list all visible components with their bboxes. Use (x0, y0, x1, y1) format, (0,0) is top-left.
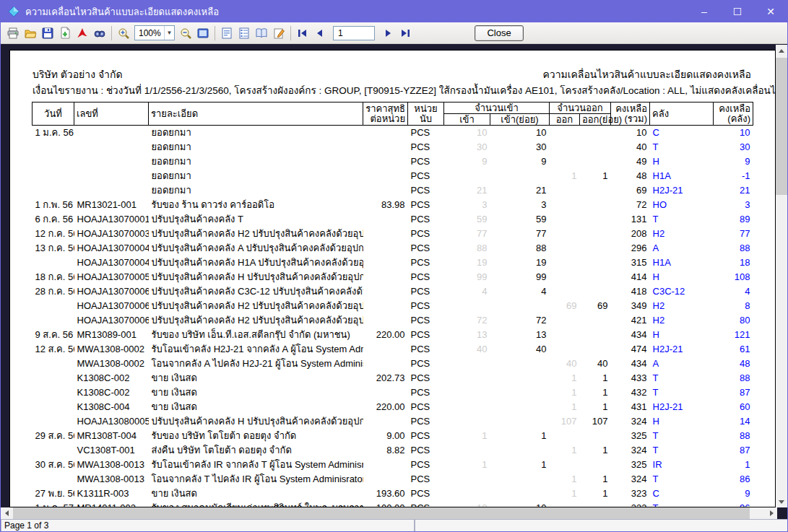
print-icon[interactable] (4, 25, 22, 42)
cell-unit: PCS (408, 299, 444, 313)
cell-wh: H2 (650, 313, 714, 328)
scroll-up-icon[interactable] (776, 45, 787, 56)
cell-in: 1 (444, 458, 490, 472)
last-page-icon[interactable] (397, 25, 414, 42)
chevron-down-icon[interactable]: ▼ (164, 26, 174, 40)
next-page-icon[interactable] (379, 25, 397, 42)
cell-date (33, 140, 74, 154)
cell-in (444, 357, 490, 371)
table-row: HOAJA13080005ปรับปรุงสินค้าคงคลัง H ปรับ… (33, 414, 753, 429)
cell-wh: H2J-21 (650, 400, 714, 414)
pdf-icon[interactable] (74, 25, 91, 42)
cell-date (33, 299, 74, 313)
cell-bal: 324 (611, 443, 650, 458)
previous-page-icon[interactable] (311, 25, 329, 42)
edit-report-icon[interactable] (270, 25, 287, 42)
cell-in (444, 169, 490, 183)
scroll-left-icon[interactable] (1, 507, 12, 519)
toolbar-separator (290, 26, 291, 40)
two-page-view-icon[interactable] (253, 25, 270, 42)
header-date: วันที่ (33, 103, 74, 126)
scroll-right-icon[interactable] (766, 507, 777, 519)
cell-doc: HOAJA13080005 (74, 414, 149, 429)
cell-doc: HOAJA13070004 (74, 241, 149, 256)
close-button[interactable]: Close (475, 25, 524, 41)
cell-whbal: 9 (714, 487, 753, 501)
cell-in_sub: 4 (490, 284, 550, 299)
cell-price: 9.00 (363, 429, 408, 443)
cell-unit: PCS (408, 198, 444, 212)
cell-wh: A (650, 241, 714, 256)
table-row: ยอดยกมาPCS9949H9 (33, 154, 753, 169)
vertical-scroll-thumb[interactable] (776, 58, 787, 195)
header-in: เข้า (444, 114, 490, 126)
cell-out (550, 342, 580, 357)
cell-wh: H2 (650, 227, 714, 241)
horizontal-scrollbar[interactable] (1, 507, 777, 519)
cell-whbal: 96 (714, 501, 753, 507)
cell-whbal: 121 (714, 328, 753, 342)
cell-price (363, 256, 408, 270)
cell-wh: H2 (650, 299, 714, 313)
cell-unit: PCS (408, 443, 444, 458)
save-icon[interactable] (39, 25, 56, 42)
table-row: 27 พ.ย. 56K1311R-003ขาย เงินสด193.60PCS1… (33, 487, 753, 501)
cell-doc (74, 183, 149, 198)
cell-wh: T (650, 443, 714, 458)
cell-out (550, 198, 580, 212)
cell-out (550, 140, 580, 154)
table-row: HOAJA13070006ปรับปรุงสินค้าคงคลัง H2 ปรั… (33, 313, 753, 328)
cell-doc: MWA1308-0002 (74, 357, 149, 371)
zoom-out-icon[interactable] (177, 25, 194, 42)
vertical-scrollbar[interactable] (776, 45, 787, 507)
cell-desc: รับโอนเข้าคลัง IR จากคลัง T ผู้โอน Syste… (149, 458, 363, 472)
cell-in_sub (490, 472, 550, 487)
page-settings-icon[interactable] (218, 25, 235, 42)
cell-date: 1 ม.ค. 56 (33, 126, 74, 141)
export-icon[interactable] (56, 25, 74, 42)
zoom-level-select[interactable]: 100% ▼ (134, 25, 175, 40)
cell-whbal: 21 (714, 183, 753, 198)
cell-doc: HOAJA13070006 (74, 299, 149, 313)
close-window-button[interactable]: ✕ (754, 1, 787, 22)
cell-unit: PCS (408, 458, 444, 472)
cell-doc: K1308C-002 (74, 371, 149, 385)
zoom-in-icon[interactable] (115, 25, 132, 42)
cell-out: 1 (550, 385, 580, 400)
report-viewer-window: ความเคลื่อนไหวสินค้าแบบละเอียดแสดงคงเหลื… (0, 0, 788, 532)
scroll-down-icon[interactable] (776, 496, 787, 507)
cell-bal: 208 (611, 227, 650, 241)
table-row: 12 ก.ค. 56HOAJA13070003ปรับปรุงสินค้าคงค… (33, 227, 753, 241)
cell-desc: ปรับปรุงสินค้าคงคลัง H2 ปรับปรุงสินค้าคง… (149, 313, 363, 328)
cell-desc: ยอดยกมา (149, 126, 363, 141)
full-page-icon[interactable] (194, 25, 212, 42)
cell-desc: ขาย เงินสด (149, 400, 363, 414)
cell-doc: K1308C-004 (74, 400, 149, 414)
cell-in: 9 (444, 154, 490, 169)
cell-out_sub (580, 342, 611, 357)
table-row: HOAJA13070004ปรับปรุงสินค้าคงคลัง H1A ปร… (33, 256, 753, 270)
report-settings-icon[interactable] (235, 25, 253, 42)
horizontal-scroll-thumb[interactable] (13, 507, 750, 519)
table-row: ยอดยกมาPCS1148H1A-1 (33, 169, 753, 183)
first-page-icon[interactable] (294, 25, 311, 42)
cell-out (550, 241, 580, 256)
maximize-button[interactable]: ☐ (721, 1, 754, 22)
find-icon[interactable] (91, 25, 108, 42)
cell-wh: C3C-12 (650, 284, 714, 299)
cell-out_sub (580, 270, 611, 284)
cell-unit: PCS (408, 212, 444, 227)
cell-out: 1 (550, 443, 580, 458)
cell-date (33, 400, 74, 414)
cell-wh: H2J-21 (650, 183, 714, 198)
cell-date: 30 ส.ค. 56 (33, 458, 74, 472)
cell-out_sub (580, 126, 611, 141)
open-icon[interactable] (22, 25, 39, 42)
cell-in_sub: 72 (490, 313, 550, 328)
page-number-input[interactable] (333, 26, 375, 40)
cell-wh: T (650, 472, 714, 487)
cell-doc: MR1308T-004 (74, 429, 149, 443)
minimize-button[interactable]: – (688, 1, 721, 22)
cell-out: 1 (550, 472, 580, 487)
cell-unit: PCS (408, 169, 444, 183)
